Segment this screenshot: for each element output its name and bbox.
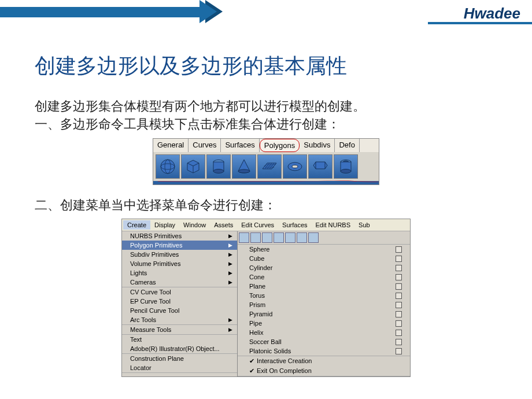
toolbar-icon[interactable]	[308, 232, 319, 243]
option-box-icon[interactable]	[396, 302, 402, 308]
submenu-interactive[interactable]: ✔Interactive Creation	[238, 356, 410, 366]
check-icon: ✔	[249, 357, 254, 364]
tab-curves[interactable]: Curves	[189, 139, 221, 152]
submenu-arrow-icon: ▶	[228, 233, 232, 239]
option-box-icon[interactable]	[396, 311, 402, 317]
menu-cameras[interactable]: Cameras▶	[122, 278, 237, 287]
sphere-icon[interactable]	[156, 154, 180, 179]
menu-cv-curve[interactable]: CV Curve Tool	[122, 287, 237, 297]
cube-icon[interactable]	[181, 154, 205, 179]
intro-text: 创建多边形集合体模型有两个地方都可以进行模型的创建。	[35, 98, 497, 116]
menu-measure[interactable]: Measure Tools▶	[122, 325, 237, 334]
menu-subdiv-primitives[interactable]: Subdiv Primitives▶	[122, 250, 237, 259]
submenu-cube[interactable]: Cube	[238, 254, 410, 263]
polygon-submenu: Sphere Cube Cylinder Cone Plane Torus Pr…	[238, 231, 410, 376]
submenu-soccer[interactable]: Soccer Ball	[238, 337, 410, 346]
submenu-cylinder[interactable]: Cylinder	[238, 263, 410, 272]
submenu-arrow-icon: ▶	[228, 242, 232, 248]
toolbar-icon[interactable]	[239, 232, 249, 243]
menu-lights[interactable]: Lights▶	[122, 268, 237, 278]
torus-icon[interactable]	[283, 154, 307, 179]
submenu-arrow-icon: ▶	[228, 317, 232, 323]
shelf-screenshot: General Curves Surfaces Polygons Subdivs…	[153, 138, 379, 185]
brand-logo: Hwadee	[464, 5, 520, 23]
svg-point-12	[341, 169, 351, 173]
menu-window[interactable]: Window	[179, 220, 210, 230]
toolbar-strip	[238, 231, 410, 245]
create-menu: NURBS Primitives▶ Polygon Primitives▶ Su…	[122, 231, 238, 376]
option-box-icon[interactable]	[396, 256, 402, 262]
cylinder-icon[interactable]	[206, 154, 231, 179]
submenu-pipe[interactable]: Pipe	[238, 319, 410, 328]
submenu-helix[interactable]: Helix	[238, 328, 410, 337]
menu-locator[interactable]: Locator	[122, 363, 237, 372]
menu-polygon-primitives[interactable]: Polygon Primitives▶	[122, 241, 237, 250]
submenu-plane[interactable]: Plane	[238, 282, 410, 291]
menu-assets[interactable]: Assets	[210, 220, 237, 230]
submenu-exit[interactable]: ✔Exit On Completion	[238, 366, 410, 376]
tab-polygons[interactable]: Polygons	[260, 139, 300, 152]
red-annotation	[156, 180, 381, 182]
submenu-arrow-icon: ▶	[228, 252, 232, 257]
menu-screenshot: Create Display Window Assets Edit Curves…	[121, 219, 411, 377]
submenu-torus[interactable]: Torus	[238, 291, 410, 300]
submenu-prism[interactable]: Prism	[238, 300, 410, 309]
menu-nurbs-primitives[interactable]: NURBS Primitives▶	[122, 231, 237, 241]
slide-title: 创建多边形以及多边形的基本属性	[35, 52, 497, 80]
tab-general[interactable]: General	[153, 139, 189, 152]
menu-sub[interactable]: Sub	[354, 220, 374, 230]
toolbar-icon[interactable]	[262, 232, 272, 243]
toolbar-icon[interactable]	[274, 232, 284, 243]
menu-ep-curve[interactable]: EP Curve Tool	[122, 297, 237, 306]
pipe-icon[interactable]	[334, 154, 358, 179]
option-box-icon[interactable]	[396, 348, 402, 354]
polygon-shelf	[153, 152, 379, 181]
option-box-icon[interactable]	[396, 246, 402, 253]
submenu-sphere[interactable]: Sphere	[238, 245, 410, 254]
submenu-arrow-icon: ▶	[228, 279, 232, 285]
submenu-arrow-icon: ▶	[228, 270, 232, 276]
app-menubar: Create Display Window Assets Edit Curves…	[122, 219, 410, 231]
option-box-icon[interactable]	[396, 283, 402, 290]
option-box-icon[interactable]	[396, 274, 402, 280]
check-icon: ✔	[249, 367, 254, 374]
svg-point-8	[292, 165, 298, 168]
menu-edit-curves[interactable]: Edit Curves	[237, 220, 278, 230]
prism-icon[interactable]	[308, 154, 332, 179]
tab-defo[interactable]: Defo	[335, 139, 359, 152]
svg-point-6	[238, 169, 250, 173]
brand-underline	[428, 22, 532, 24]
menu-surfaces[interactable]: Surfaces	[278, 220, 311, 230]
menu-text[interactable]: Text	[122, 335, 237, 344]
shelf-tabs: General Curves Surfaces Polygons Subdivs…	[153, 139, 379, 152]
menu-pencil-curve[interactable]: Pencil Curve Tool	[122, 306, 237, 315]
submenu-platonic[interactable]: Platonic Solids	[238, 346, 410, 356]
cone-icon[interactable]	[232, 154, 256, 179]
header-bar-decoration	[0, 7, 208, 17]
tab-surfaces[interactable]: Surfaces	[221, 139, 259, 152]
svg-point-0	[161, 160, 175, 173]
menu-edit-nurbs[interactable]: Edit NURBS	[312, 220, 355, 230]
toolbar-icon[interactable]	[250, 232, 261, 243]
submenu-pyramid[interactable]: Pyramid	[238, 309, 410, 319]
toolbar-icon[interactable]	[297, 232, 307, 243]
menu-arc-tools[interactable]: Arc Tools▶	[122, 315, 237, 324]
menu-volume-primitives[interactable]: Volume Primitives▶	[122, 259, 237, 268]
section1-text: 一、多边形命令工具模块下点击标准集合体进行创建：	[35, 116, 497, 134]
header-arrow-decoration	[205, 0, 223, 23]
menu-construction[interactable]: Construction Plane	[122, 354, 237, 363]
plane-icon[interactable]	[257, 154, 282, 179]
toolbar-icon[interactable]	[285, 232, 295, 243]
submenu-cone[interactable]: Cone	[238, 272, 410, 282]
menu-create[interactable]: Create	[123, 220, 150, 230]
menu-display[interactable]: Display	[150, 220, 179, 230]
option-box-icon[interactable]	[396, 320, 402, 327]
option-box-icon[interactable]	[396, 330, 402, 336]
option-box-icon[interactable]	[396, 339, 402, 345]
slide-header: Hwadee	[0, 0, 532, 23]
submenu-arrow-icon: ▶	[228, 261, 232, 267]
tab-subdivs[interactable]: Subdivs	[300, 139, 335, 152]
menu-adobe[interactable]: Adobe(R) Illustrator(R) Object...	[122, 344, 237, 353]
option-box-icon[interactable]	[396, 293, 402, 299]
option-box-icon[interactable]	[396, 265, 402, 271]
